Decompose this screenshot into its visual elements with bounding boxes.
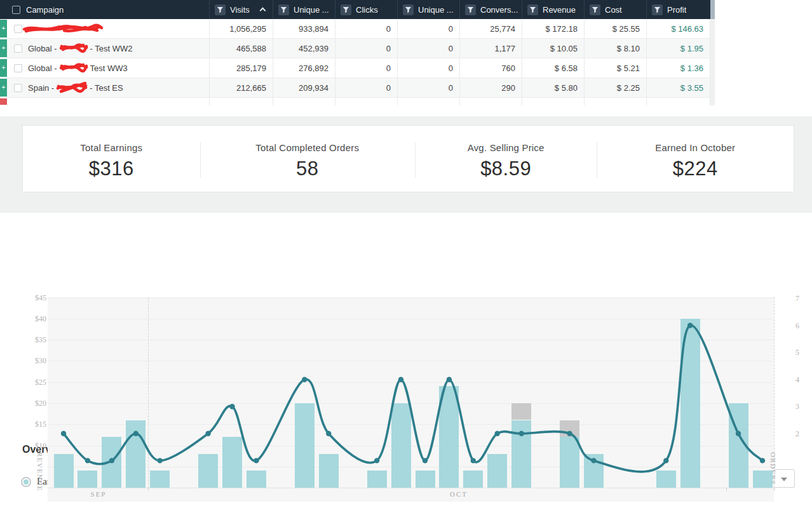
column-label: Profit bbox=[667, 5, 686, 15]
revenue-bar[interactable] bbox=[222, 437, 242, 488]
filter-funnel-icon[interactable] bbox=[215, 4, 226, 15]
orders-point[interactable] bbox=[736, 431, 741, 436]
orders-point[interactable] bbox=[326, 431, 331, 436]
sort-ascending-icon bbox=[260, 8, 266, 14]
conversions-cell: 760 bbox=[460, 58, 522, 77]
expand-row-button[interactable]: + bbox=[0, 20, 7, 37]
revenue-bar[interactable] bbox=[656, 471, 676, 488]
revenue-bar[interactable] bbox=[391, 403, 411, 488]
filter-funnel-icon[interactable] bbox=[590, 4, 600, 15]
visits-cell: 212,665 bbox=[210, 78, 273, 97]
table-row[interactable]: +Spain - - Test ES212,665209,93400290$ 5… bbox=[0, 78, 715, 98]
filter-funnel-icon[interactable] bbox=[278, 4, 289, 15]
row-checkbox[interactable] bbox=[14, 44, 22, 53]
orders-point[interactable] bbox=[205, 431, 210, 436]
expand-row-button[interactable]: + bbox=[0, 79, 7, 97]
orders-point[interactable] bbox=[471, 458, 476, 463]
filter-funnel-icon[interactable] bbox=[465, 4, 476, 15]
row-checkbox[interactable] bbox=[14, 84, 22, 92]
stat-value: $316 bbox=[23, 157, 200, 180]
revenue-bar[interactable] bbox=[511, 420, 531, 488]
column-header-unique_clicks[interactable]: Unique ... bbox=[398, 0, 460, 19]
cancelled-bar-segment[interactable] bbox=[511, 403, 531, 420]
revenue-bar[interactable] bbox=[126, 420, 145, 488]
table-row[interactable]: + 1,056,295933,8940025,774$ 172.18$ 25.5… bbox=[0, 19, 715, 39]
revenue-bar[interactable] bbox=[729, 403, 748, 488]
revenue-bar[interactable] bbox=[319, 454, 339, 488]
column-label: Clicks bbox=[356, 5, 378, 15]
row-checkbox[interactable] bbox=[14, 25, 22, 33]
orders-point[interactable] bbox=[495, 431, 500, 436]
revenue-bar[interactable] bbox=[367, 471, 387, 488]
revenue-bar[interactable] bbox=[247, 471, 266, 488]
orders-point[interactable] bbox=[687, 323, 693, 328]
revenue-bar[interactable] bbox=[560, 437, 579, 488]
revenue-bar[interactable] bbox=[295, 403, 315, 488]
table-scrollbar[interactable] bbox=[710, 0, 715, 105]
stat-card: Total Completed Orders58 bbox=[200, 126, 415, 192]
revenue-bar[interactable] bbox=[439, 386, 459, 488]
column-header-unique_visits[interactable]: Unique ... bbox=[273, 0, 335, 19]
orders-point[interactable] bbox=[133, 431, 139, 436]
table-row[interactable]: +Global - - Test WW2465,588452,939001,17… bbox=[0, 39, 715, 58]
filter-funnel-icon[interactable] bbox=[403, 4, 414, 15]
chevron-down-icon bbox=[781, 478, 787, 481]
expand-row-button[interactable]: + bbox=[0, 59, 7, 77]
orders-point[interactable] bbox=[229, 404, 234, 409]
select-all-checkbox[interactable] bbox=[12, 6, 20, 14]
orders-point[interactable] bbox=[85, 458, 90, 463]
radio-button-icon[interactable] bbox=[353, 477, 363, 487]
radio-button-icon[interactable] bbox=[21, 477, 31, 487]
orders-point[interactable] bbox=[109, 458, 114, 463]
stat-card: Avg. Selling Price$8.59 bbox=[415, 126, 597, 192]
unique_clicks-cell: 0 bbox=[398, 78, 460, 97]
orders-point[interactable] bbox=[374, 458, 379, 463]
orders-point[interactable] bbox=[760, 458, 765, 463]
unique_visits-cell: 209,934 bbox=[273, 78, 335, 97]
filter-funnel-icon[interactable] bbox=[652, 4, 663, 15]
stat-label: Total Earnings bbox=[23, 142, 200, 153]
expand-row-button[interactable]: + bbox=[0, 98, 7, 105]
unique_clicks-cell: 0 bbox=[398, 19, 460, 38]
column-header-cost[interactable]: Cost bbox=[585, 0, 647, 19]
table-row[interactable]: +Global - Test WW3285,179276,89200760$ 6… bbox=[0, 58, 715, 78]
conversions-cell: 1,177 bbox=[460, 39, 522, 58]
orders-point[interactable] bbox=[61, 431, 66, 436]
orders-point[interactable] bbox=[158, 458, 163, 463]
revenue-bar[interactable] bbox=[416, 471, 435, 488]
orders-point[interactable] bbox=[447, 377, 452, 382]
orders-point[interactable] bbox=[398, 377, 403, 382]
stat-label: Earned In October bbox=[597, 142, 794, 153]
column-header-campaign[interactable]: Campaign bbox=[0, 0, 210, 19]
orders-point[interactable] bbox=[591, 458, 596, 463]
revenue-bar[interactable] bbox=[680, 319, 700, 488]
stat-value: $8.59 bbox=[415, 157, 597, 180]
orders-point[interactable] bbox=[663, 458, 668, 463]
filter-funnel-icon[interactable] bbox=[527, 4, 538, 15]
column-header-profit[interactable]: Profit bbox=[647, 0, 710, 19]
revenue-bar[interactable] bbox=[54, 454, 74, 488]
column-header-revenue[interactable]: Revenue bbox=[522, 0, 585, 19]
cost-cell: $ 5.21 bbox=[585, 58, 647, 77]
column-header-visits[interactable]: Visits bbox=[210, 0, 273, 19]
revenue-bar[interactable] bbox=[150, 471, 170, 488]
column-header-conversions[interactable]: Convers... bbox=[460, 0, 522, 19]
orders-point[interactable] bbox=[519, 431, 524, 436]
orders-point[interactable] bbox=[567, 431, 572, 436]
stat-value: $224 bbox=[597, 157, 794, 180]
row-checkbox[interactable] bbox=[14, 64, 22, 72]
table-row-clipped[interactable]: + bbox=[0, 98, 715, 105]
expand-row-button[interactable]: + bbox=[0, 39, 7, 57]
column-header-clicks[interactable]: Clicks bbox=[335, 0, 398, 19]
orders-point[interactable] bbox=[302, 377, 307, 382]
revenue-bar[interactable] bbox=[753, 471, 773, 488]
filter-funnel-icon[interactable] bbox=[341, 4, 351, 15]
orders-point[interactable] bbox=[423, 458, 428, 463]
revenue-bar[interactable] bbox=[463, 471, 483, 488]
revenue-bar[interactable] bbox=[487, 454, 507, 488]
campaign-name-prefix: Global - bbox=[28, 44, 57, 53]
orders-point[interactable] bbox=[254, 458, 259, 463]
visits-cell: 285,179 bbox=[210, 58, 273, 77]
revenue-bar[interactable] bbox=[78, 471, 97, 488]
revenue-bar[interactable] bbox=[198, 454, 218, 488]
